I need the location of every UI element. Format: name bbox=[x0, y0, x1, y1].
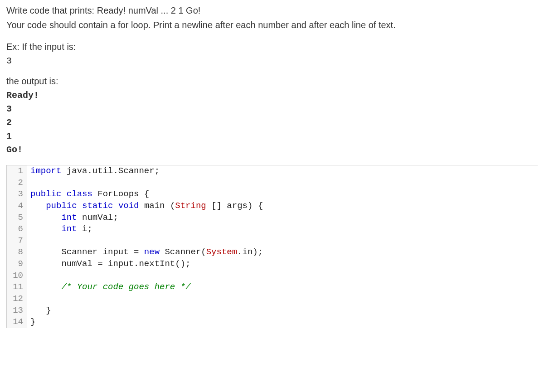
line-number: 14 bbox=[7, 316, 27, 328]
line-number: 9 bbox=[7, 258, 27, 270]
code-row: 12 bbox=[7, 293, 538, 305]
output-line: Ready! bbox=[6, 89, 538, 102]
output-label: the output is: bbox=[6, 74, 538, 88]
code-row: 8 Scanner input = new Scanner(System.in)… bbox=[7, 247, 538, 258]
code-row: 6 int i; bbox=[7, 223, 538, 235]
output-line: 2 bbox=[6, 116, 538, 130]
code-row: 4 public static void main (String [] arg… bbox=[7, 200, 538, 212]
code-line[interactable]: int i; bbox=[27, 223, 92, 235]
example-input: 3 bbox=[6, 54, 538, 68]
code-line[interactable]: } bbox=[27, 316, 35, 328]
line-number: 3 bbox=[7, 189, 27, 200]
code-row: 5 int numVal; bbox=[7, 212, 538, 224]
prompt-line-2: Your code should contain a for loop. Pri… bbox=[6, 18, 538, 32]
line-number: 11 bbox=[7, 281, 27, 293]
code-row: 13 } bbox=[7, 305, 538, 317]
code-row: 7 bbox=[7, 235, 538, 247]
code-line[interactable]: int numVal; bbox=[27, 212, 118, 224]
code-line[interactable] bbox=[27, 270, 30, 282]
output-line: Go! bbox=[6, 143, 538, 157]
output-line: 1 bbox=[6, 130, 538, 143]
code-line[interactable] bbox=[27, 293, 30, 305]
code-line[interactable]: Scanner input = new Scanner(System.in); bbox=[27, 247, 263, 258]
line-number: 5 bbox=[7, 212, 27, 224]
code-line[interactable]: } bbox=[27, 305, 51, 317]
line-number: 7 bbox=[7, 235, 27, 247]
code-row: 9 numVal = input.nextInt(); bbox=[7, 258, 538, 270]
code-row: 1import java.util.Scanner; bbox=[7, 165, 538, 177]
code-line[interactable]: numVal = input.nextInt(); bbox=[27, 258, 190, 270]
line-number: 2 bbox=[7, 177, 27, 189]
line-number: 10 bbox=[7, 270, 27, 282]
line-number: 12 bbox=[7, 293, 27, 305]
code-row: 11 /* Your code goes here */ bbox=[7, 281, 538, 293]
problem-description: Write code that prints: Ready! numVal ..… bbox=[6, 4, 538, 157]
prompt-line-1: Write code that prints: Ready! numVal ..… bbox=[6, 4, 538, 17]
code-line[interactable]: public static void main (String [] args)… bbox=[27, 200, 263, 212]
code-row: 14} bbox=[7, 316, 538, 328]
line-number: 8 bbox=[7, 247, 27, 258]
example-label: Ex: If the input is: bbox=[6, 40, 538, 53]
code-row: 2 bbox=[7, 177, 538, 189]
code-line[interactable]: public class ForLoops { bbox=[27, 189, 149, 200]
line-number: 13 bbox=[7, 305, 27, 317]
code-row: 10 bbox=[7, 270, 538, 282]
code-line[interactable]: /* Your code goes here */ bbox=[27, 281, 190, 293]
line-number: 6 bbox=[7, 223, 27, 235]
code-line[interactable] bbox=[27, 177, 30, 189]
code-line[interactable]: import java.util.Scanner; bbox=[27, 165, 160, 177]
output-line: 3 bbox=[6, 102, 538, 116]
line-number: 1 bbox=[7, 165, 27, 177]
code-row: 3public class ForLoops { bbox=[7, 189, 538, 200]
code-editor[interactable]: 1import java.util.Scanner;23public class… bbox=[6, 165, 538, 328]
code-line[interactable] bbox=[27, 235, 30, 247]
example-output: Ready! 3 2 1 Go! bbox=[6, 89, 538, 157]
line-number: 4 bbox=[7, 200, 27, 212]
